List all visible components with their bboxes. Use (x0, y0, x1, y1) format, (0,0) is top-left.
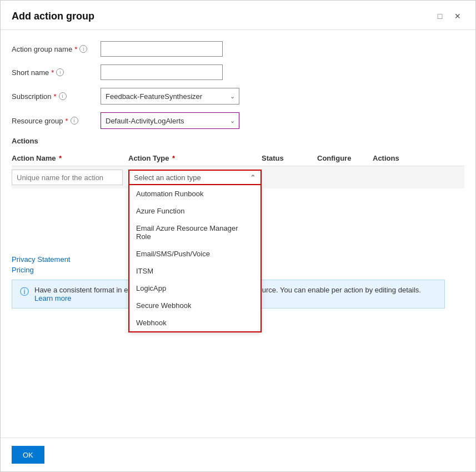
action-group-name-row: Action group name * i (12, 41, 464, 57)
action-type-chevron-up-icon: ⌃ (250, 173, 256, 182)
dropdown-item-automation-runbook[interactable]: Automation Runbook (129, 185, 260, 202)
table-header: Action Name * Action Type * Status Confi… (12, 151, 464, 166)
minimize-button[interactable]: □ (433, 9, 447, 23)
table-row: Select an action type ⌃ Automation Runbo… (12, 166, 464, 188)
dialog-header: Add action group □ ✕ (1, 1, 475, 30)
action-name-input[interactable] (12, 170, 123, 185)
subscription-select-wrapper: Feedback-FeatureSynthesizer ⌄ (101, 88, 239, 105)
dropdown-item-azure-function[interactable]: Azure Function (129, 202, 260, 220)
subscription-info-icon[interactable]: i (59, 92, 67, 100)
dialog-title: Add action group (12, 11, 94, 22)
action-type-dropdown-menu: Automation Runbook Azure Function Email … (128, 185, 262, 332)
col-header-configure: Configure (317, 154, 373, 162)
dialog-footer: OK (1, 438, 475, 471)
required-star-short: * (51, 68, 54, 77)
col-header-action-type: Action Type * (128, 154, 262, 162)
required-star-rg: * (66, 117, 68, 125)
dropdown-item-itsm[interactable]: ITSM (129, 262, 260, 280)
action-type-placeholder: Select an action type (134, 173, 201, 182)
short-name-row: Short name * i (12, 64, 464, 80)
action-group-name-input[interactable] (101, 41, 223, 57)
short-name-label: Short name * i (12, 68, 101, 77)
resource-group-info-icon[interactable]: i (71, 117, 78, 125)
dropdown-item-secure-webhook[interactable]: Secure Webhook (129, 297, 260, 314)
col-header-action-name-required: * (59, 154, 62, 162)
subscription-select[interactable]: Feedback-FeatureSynthesizer (101, 88, 239, 105)
add-action-group-dialog: Add action group □ ✕ Action group name *… (0, 0, 476, 472)
required-star: * (74, 45, 77, 53)
dropdown-item-email-sms[interactable]: Email/SMS/Push/Voice (129, 245, 260, 262)
ok-button[interactable]: OK (12, 446, 44, 464)
dropdown-item-logicapp[interactable]: LogicApp (129, 280, 260, 297)
required-star-sub: * (54, 92, 57, 101)
dropdown-item-webhook[interactable]: Webhook (129, 314, 260, 331)
action-group-name-info-icon[interactable]: i (79, 45, 87, 53)
col-header-actions: Actions (373, 154, 417, 162)
subscription-label: Subscription * i (12, 92, 101, 101)
resource-group-select[interactable]: Default-ActivityLogAlerts (101, 112, 239, 129)
col-header-status: Status (262, 154, 317, 162)
resource-group-label: Resource group * i (12, 117, 101, 125)
dialog-controls: □ ✕ (433, 9, 464, 23)
dropdown-item-email-arm-role[interactable]: Email Azure Resource Manager Role (129, 220, 260, 245)
short-name-input[interactable] (101, 64, 223, 80)
action-type-trigger[interactable]: Select an action type ⌃ (128, 170, 262, 185)
short-name-info-icon[interactable]: i (56, 68, 64, 76)
action-group-name-label: Action group name * i (12, 45, 101, 53)
action-name-cell (12, 170, 128, 185)
subscription-row: Subscription * i Feedback-FeatureSynthes… (12, 88, 464, 105)
resource-group-row: Resource group * i Default-ActivityLogAl… (12, 112, 464, 129)
actions-section-title: Actions (12, 137, 464, 145)
learn-more-link[interactable]: Learn more (34, 294, 71, 302)
col-header-action-name: Action Name * (12, 154, 128, 162)
col-header-action-type-required: * (172, 154, 175, 162)
close-button[interactable]: ✕ (451, 9, 464, 23)
info-banner-icon: ⓘ (20, 286, 29, 298)
resource-group-select-wrapper: Default-ActivityLogAlerts ⌄ (101, 112, 239, 129)
action-type-cell: Select an action type ⌃ Automation Runbo… (128, 170, 262, 185)
dialog-body: Action group name * i Short name * i Sub… (1, 30, 475, 438)
